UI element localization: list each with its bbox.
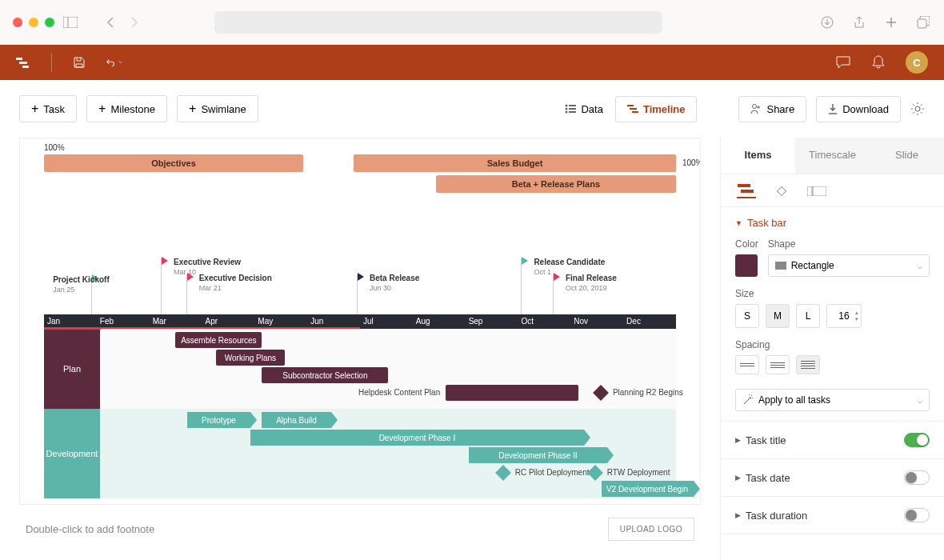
header-bar[interactable]: Objectives [44, 154, 303, 172]
undo-icon[interactable] [106, 54, 122, 70]
section-task-date[interactable]: ▶Task date [721, 459, 944, 497]
subtab-swimlane-icon[interactable] [807, 184, 826, 198]
task-title-toggle[interactable] [904, 433, 930, 447]
add-milestone-button[interactable]: +Milestone [86, 95, 167, 122]
download-icon[interactable] [819, 14, 835, 30]
swimlane-label: Plan [44, 329, 100, 409]
section-task-duration[interactable]: ▶Task duration [721, 497, 944, 534]
back-icon[interactable] [102, 14, 118, 30]
svg-rect-0 [63, 17, 78, 28]
milestone-title: Beta Release [370, 274, 419, 282]
task-bar[interactable]: Development Phase I [250, 430, 584, 446]
size-m-button[interactable]: M [766, 304, 790, 328]
spacing-label: Spacing [735, 339, 930, 350]
address-bar[interactable] [214, 11, 662, 34]
color-label: Color [735, 238, 758, 250]
minimize-window[interactable] [29, 18, 38, 27]
task-date-toggle[interactable] [904, 470, 930, 485]
list-icon [565, 104, 576, 114]
swimlane-label: Development [44, 409, 100, 498]
settings-icon[interactable] [910, 102, 925, 116]
add-swimlane-button[interactable]: +Swimlane [177, 95, 258, 122]
timeline-view-button[interactable]: Timeline [615, 96, 698, 122]
size-value-input[interactable]: 16 ▴▾ [826, 304, 862, 328]
header-bar[interactable]: Sales Budget [354, 154, 676, 172]
header-bar[interactable]: Beta + Release Plans [436, 175, 676, 193]
maximize-window[interactable] [45, 18, 54, 27]
svg-point-16 [753, 105, 757, 109]
download-button[interactable]: Download [816, 96, 901, 122]
size-l-button[interactable]: L [796, 304, 820, 328]
svg-point-9 [566, 108, 568, 110]
svg-rect-19 [741, 190, 754, 193]
tab-slide[interactable]: Slide [870, 138, 944, 174]
apply-all-select[interactable]: Apply to all tasks ⌵ [735, 389, 930, 411]
svg-rect-8 [569, 105, 576, 106]
subtab-milestone-icon[interactable] [772, 184, 791, 198]
tab-items[interactable]: Items [721, 138, 795, 174]
milestone-diamond[interactable] [587, 465, 603, 481]
new-tab-icon[interactable] [883, 14, 899, 30]
task-bar[interactable]: Working Plans [216, 350, 285, 366]
svg-rect-3 [918, 19, 926, 28]
spacing-tight-button[interactable] [735, 355, 759, 374]
footnote-placeholder[interactable]: Double-click to add footnote [26, 523, 154, 535]
diamond-label: Planning R2 Begins [613, 388, 683, 397]
sidebar-toggle-icon[interactable] [62, 14, 78, 30]
color-swatch[interactable] [735, 254, 758, 277]
svg-rect-14 [630, 108, 637, 110]
month-cell: Oct [518, 314, 570, 329]
shape-select[interactable]: Rectangle ⌵ [768, 254, 930, 277]
milestone-title: Release Candidate [534, 258, 605, 266]
task-label: Helpdesk Content Plan [358, 388, 440, 397]
month-cell: Nov [570, 314, 623, 329]
bell-icon[interactable] [870, 54, 886, 70]
swimlane[interactable]: PlanAssemble ResourcesWorking PlansSubco… [44, 329, 676, 409]
add-task-button[interactable]: +Task [19, 95, 77, 122]
task-bar[interactable] [446, 385, 578, 401]
subtab-taskbar-icon[interactable] [737, 184, 756, 198]
window-controls [13, 18, 54, 27]
section-task-bar[interactable]: ▼Task bar [735, 217, 930, 229]
diamond-label: RTW Deployment [607, 468, 670, 477]
share-icon[interactable] [851, 14, 867, 30]
task-duration-toggle[interactable] [904, 508, 930, 522]
task-bar[interactable]: Alpha Build [262, 412, 330, 428]
svg-point-7 [566, 105, 568, 107]
forward-icon[interactable] [126, 14, 142, 30]
svg-point-11 [566, 111, 568, 114]
spacing-loose-button[interactable] [796, 355, 820, 374]
spacing-medium-button[interactable] [766, 355, 790, 374]
section-task-title[interactable]: ▶Task title [721, 422, 944, 459]
month-cell: Aug [413, 314, 466, 329]
swimlane[interactable]: DevelopmentPrototypeAlpha BuildDevelopme… [44, 409, 676, 498]
month-cell: Dec [623, 314, 676, 329]
close-window[interactable] [13, 18, 22, 27]
comment-icon[interactable] [835, 54, 851, 70]
size-s-button[interactable]: S [735, 304, 759, 328]
milestone-date: Jun 30 [370, 284, 391, 292]
tab-timescale[interactable]: Timescale [795, 138, 870, 174]
app-logo-icon[interactable] [16, 54, 32, 70]
svg-rect-23 [775, 262, 786, 270]
save-icon[interactable] [71, 54, 87, 70]
timeline-canvas[interactable]: Objectives100%Sales Budget100%Beta + Rel… [19, 138, 701, 505]
milestone-diamond[interactable] [593, 385, 609, 401]
share-button[interactable]: Share [738, 96, 806, 122]
task-bar[interactable]: Development Phase II [469, 447, 607, 463]
task-bar[interactable]: Assemble Resources [175, 332, 262, 348]
svg-rect-20 [777, 186, 786, 195]
download-arrow-icon [828, 103, 838, 114]
task-bar[interactable]: Prototype [187, 412, 250, 428]
task-bar[interactable]: Subcontractor Selection [262, 367, 388, 383]
tabs-icon[interactable] [915, 14, 931, 30]
task-bar[interactable]: V2 Development Begin [602, 481, 694, 497]
svg-rect-22 [813, 186, 826, 196]
svg-rect-13 [627, 105, 634, 106]
data-view-button[interactable]: Data [553, 96, 614, 122]
milestone-diamond[interactable] [495, 465, 511, 481]
user-avatar[interactable]: C [906, 51, 928, 74]
upload-logo-button[interactable]: UPLOAD LOGO [608, 518, 694, 541]
milestone-date: Jan 25 [53, 286, 74, 294]
svg-rect-21 [807, 186, 812, 196]
